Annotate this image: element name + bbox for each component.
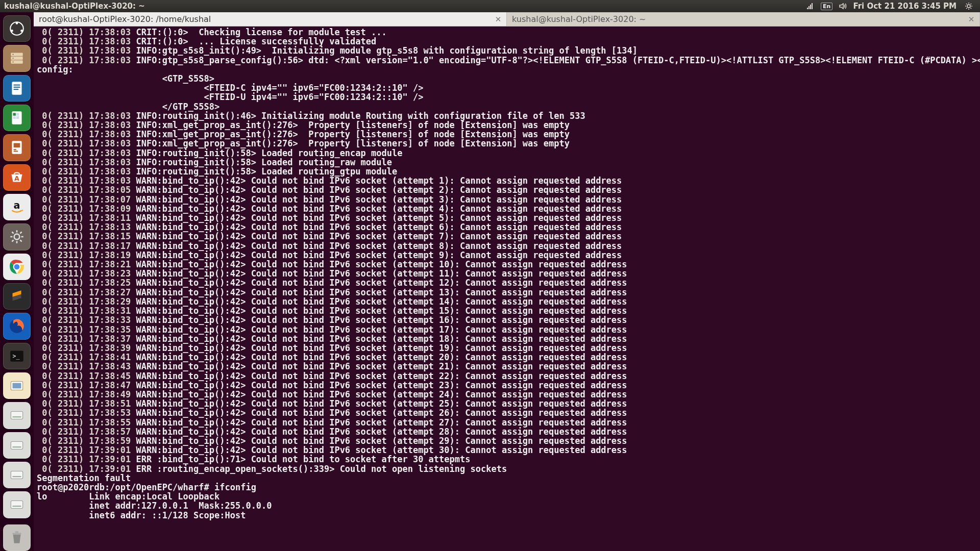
close-icon[interactable]: ✕ [494, 15, 502, 23]
svg-rect-17 [16, 113, 19, 116]
sound-icon[interactable] [839, 2, 847, 10]
svg-rect-41 [11, 501, 22, 509]
terminal-line: 0( 2311) 17:38:03 INFO:gtp_s5s8_parse_co… [37, 56, 977, 65]
terminal-body[interactable]: 0( 2311) 17:38:03 CRIT:():0> Checking li… [34, 27, 980, 551]
terminal-tab-1[interactable]: kushal@kushal-OptiPlex-3020: ~ ✕ [507, 12, 980, 26]
svg-rect-13 [14, 87, 20, 88]
terminal-line: 0( 2311) 17:38:25 WARN:bind_to_ip():42> … [37, 278, 977, 287]
chrome-icon[interactable] [3, 254, 31, 280]
terminal-line: 0( 2311) 17:38:33 WARN:bind_to_ip():42> … [37, 315, 977, 324]
disk-icon-3[interactable] [3, 462, 31, 488]
terminal-line: 0( 2311) 17:38:03 INFO:xml_get_prop_as_i… [37, 130, 977, 139]
close-icon[interactable]: ✕ [967, 15, 975, 23]
terminal-line: inet addr:127.0.0.1 Mask:255.0.0.0 [37, 501, 977, 510]
disk-icon-2[interactable] [3, 432, 31, 459]
terminal-line: 0( 2311) 17:38:11 WARN:bind_to_ip():42> … [37, 213, 977, 222]
tab-label: kushal@kushal-OptiPlex-3020: ~ [512, 14, 646, 24]
terminal-line: config: [37, 65, 977, 74]
terminal-line: 0( 2311) 17:38:45 WARN:bind_to_ip():42> … [37, 371, 977, 381]
terminal-line: 0( 2311) 17:38:23 WARN:bind_to_ip():42> … [37, 269, 977, 278]
screenshot-icon[interactable] [3, 372, 31, 399]
terminal-line: 0( 2311) 17:38:03 CRIT:():0> ... License… [37, 37, 977, 46]
svg-rect-35 [11, 412, 22, 419]
svg-point-3 [20, 30, 23, 32]
terminal-line: inet6 addr: ::1/128 Scope:Host [37, 511, 977, 520]
files-icon[interactable] [3, 45, 31, 71]
terminal-line: 0( 2311) 17:38:37 WARN:bind_to_ip():42> … [37, 334, 977, 343]
disk-icon-4[interactable] [3, 491, 31, 518]
terminal-line: 0( 2311) 17:38:21 WARN:bind_to_ip():42> … [37, 260, 977, 269]
terminal-line: 0( 2311) 17:38:03 CRIT:():0> Checking li… [37, 28, 977, 37]
svg-text:>_: >_ [13, 353, 20, 360]
terminal-line: Segmentation fault [37, 473, 977, 483]
terminal-line: <FTEID-U ipv4="" ipv6="FC00:1234:2::10" … [37, 92, 977, 102]
terminal-tab-0[interactable]: root@kushal-OptiPlex-3020: /home/kushal … [34, 12, 507, 26]
terminal-icon[interactable]: >_ [3, 343, 31, 369]
svg-rect-11 [12, 82, 21, 95]
terminal-line: 0( 2311) 17:38:39 WARN:bind_to_ip():42> … [37, 343, 977, 353]
clock[interactable]: Fri Oct 21 2016 3:45 PM [853, 2, 957, 11]
svg-rect-42 [13, 506, 21, 507]
network-icon[interactable] [806, 2, 815, 10]
svg-rect-14 [14, 89, 19, 90]
writer-icon[interactable] [3, 75, 31, 102]
terminal-line: root@p2020rdb:/opt/OpenEPC/wharf# ifconf… [37, 483, 977, 492]
terminal-line: 0( 2311) 17:38:47 WARN:bind_to_ip():42> … [37, 381, 977, 390]
impress-icon[interactable] [3, 134, 31, 161]
language-indicator[interactable]: En [821, 3, 832, 10]
terminal-line: 0( 2311) 17:38:09 WARN:bind_to_ip():42> … [37, 204, 977, 213]
terminal-line: 0( 2311) 17:39:01 WARN:bind_to_ip():42> … [37, 445, 977, 455]
svg-rect-37 [11, 441, 22, 449]
svg-point-0 [967, 5, 970, 8]
svg-rect-44 [15, 531, 18, 533]
terminal-line: </GTP_S5S8> [37, 102, 977, 111]
svg-rect-39 [11, 471, 22, 479]
terminal-line: 0( 2311) 17:38:03 WARN:bind_to_ip():42> … [37, 176, 977, 185]
svg-rect-18 [13, 116, 16, 119]
svg-rect-12 [14, 84, 20, 85]
terminal-line: 0( 2311) 17:38:27 WARN:bind_to_ip():42> … [37, 288, 977, 297]
terminal-line: 0( 2311) 17:38:07 WARN:bind_to_ip():42> … [37, 195, 977, 204]
terminal-line: 0( 2311) 17:38:03 INFO:xml_get_prop_as_i… [37, 120, 977, 130]
terminal-line: 0( 2311) 17:38:31 WARN:bind_to_ip():42> … [37, 306, 977, 315]
terminal-line: 0( 2311) 17:38:51 WARN:bind_to_ip():42> … [37, 399, 977, 408]
launcher: A a >_ [0, 12, 34, 551]
terminal-line: 0( 2311) 17:38:55 WARN:bind_to_ip():42> … [37, 418, 977, 427]
amazon-icon[interactable]: a [3, 194, 31, 220]
terminal-line: 0( 2311) 17:38:43 WARN:bind_to_ip():42> … [37, 362, 977, 371]
svg-rect-38 [13, 446, 21, 447]
svg-rect-23 [14, 151, 18, 152]
trash-icon[interactable] [3, 524, 31, 551]
terminal-line: 0( 2311) 17:38:17 WARN:bind_to_ip():42> … [37, 241, 977, 251]
terminal-line: lo Link encap:Local Loopback [37, 492, 977, 501]
svg-point-2 [16, 22, 18, 24]
terminal-line: 0( 2311) 17:38:05 WARN:bind_to_ip():42> … [37, 185, 977, 194]
svg-rect-40 [13, 476, 21, 477]
terminal-line: 0( 2311) 17:38:13 WARN:bind_to_ip():42> … [37, 222, 977, 232]
svg-text:a: a [14, 199, 20, 211]
dash-icon[interactable] [3, 15, 31, 42]
terminal-line: 0( 2311) 17:39:01 ERR :bind_to_ip():71> … [37, 455, 977, 464]
terminal-line: 0( 2311) 17:38:19 WARN:bind_to_ip():42> … [37, 251, 977, 260]
sublime-icon[interactable] [3, 283, 31, 310]
disk-icon-1[interactable] [3, 402, 31, 429]
calc-icon[interactable] [3, 105, 31, 131]
tab-bar: root@kushal-OptiPlex-3020: /home/kushal … [34, 12, 980, 27]
system-settings-icon[interactable] [3, 223, 31, 250]
terminal-line: 0( 2311) 17:38:41 WARN:bind_to_ip():42> … [37, 353, 977, 362]
software-center-icon[interactable]: A [3, 164, 31, 191]
terminal-window: root@kushal-OptiPlex-3020: /home/kushal … [34, 12, 980, 551]
svg-rect-19 [16, 116, 19, 119]
firefox-icon[interactable] [3, 313, 31, 339]
svg-rect-36 [13, 417, 21, 418]
gear-icon[interactable] [965, 2, 973, 10]
terminal-line: <FTEID-C ipv4="" ipv6="FC00:1234:2::10" … [37, 83, 977, 92]
terminal-line: 0( 2311) 17:38:49 WARN:bind_to_ip():42> … [37, 390, 977, 399]
terminal-line: 0( 2311) 17:38:03 INFO:xml_get_prop_as_i… [37, 139, 977, 148]
window-title: kushal@kushal-OptiPlex-3020: ~ [4, 2, 145, 11]
terminal-line: 0( 2311) 17:38:57 WARN:bind_to_ip():42> … [37, 427, 977, 436]
tab-label: root@kushal-OptiPlex-3020: /home/kushal [39, 14, 211, 24]
svg-rect-16 [13, 113, 16, 116]
top-panel: kushal@kushal-OptiPlex-3020: ~ En Fri Oc… [0, 0, 980, 12]
terminal-line: 0( 2311) 17:38:35 WARN:bind_to_ip():42> … [37, 325, 977, 334]
